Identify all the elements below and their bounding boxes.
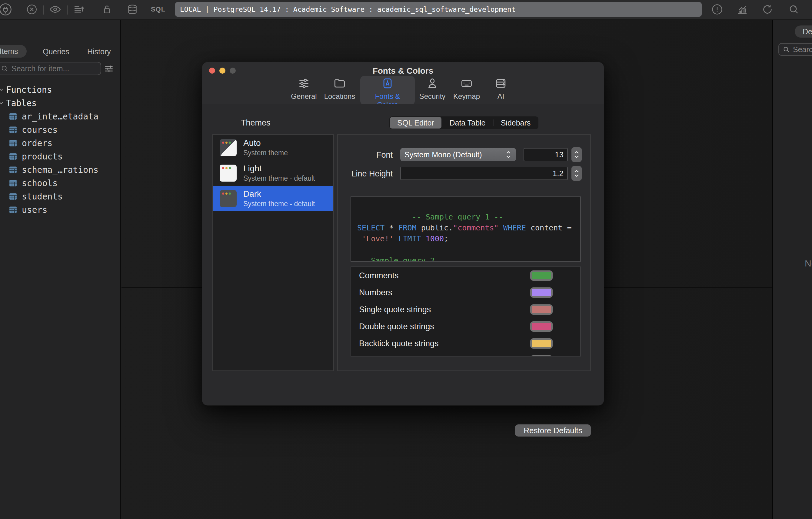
color-row[interactable]: Backtick quote strings	[351, 335, 580, 352]
folder-icon	[333, 77, 346, 90]
font-size-stepper[interactable]	[572, 147, 582, 162]
dropdown-chevrons-icon	[504, 150, 512, 159]
color-swatch[interactable]	[530, 321, 553, 332]
sidebar-table-item[interactable]: users	[0, 203, 121, 216]
sql-editor-settings-panel: Font System Mono (Default) Line Height	[337, 134, 591, 371]
lock-open-icon[interactable]	[101, 3, 113, 16]
sidebar-table-list: ar_inte…etadata courses orders	[0, 110, 121, 216]
sidebar-tab-queries[interactable]: Queries	[43, 47, 69, 56]
table-icon	[8, 125, 18, 134]
sql-mode-label[interactable]: SQL	[151, 5, 166, 13]
tab-ai[interactable]: AI	[478, 77, 524, 101]
segment-sidebars[interactable]: Sidebars	[494, 117, 537, 129]
alert-circle-icon[interactable]	[711, 3, 723, 16]
left-sidebar: Items Queries History Functions Tables	[0, 20, 121, 519]
color-swatch[interactable]	[530, 288, 553, 298]
database-icon[interactable]	[126, 3, 139, 16]
font-family-dropdown[interactable]: System Mono (Default)	[400, 148, 516, 161]
table-icon	[8, 205, 18, 214]
table-icon	[8, 192, 18, 201]
sidebar-group-functions[interactable]: Functions	[0, 83, 121, 97]
sidebar-table-item[interactable]: students	[0, 190, 121, 203]
table-icon	[8, 152, 18, 161]
line-height-stepper[interactable]	[572, 166, 582, 181]
section-segmented-control: SQL Editor Data Table Sidebars	[389, 116, 539, 129]
chevron-down-icon	[574, 174, 579, 177]
sliders-icon	[297, 77, 311, 90]
color-swatch[interactable]	[530, 355, 553, 356]
color-row[interactable]: Numbers	[351, 284, 580, 301]
toolbar-separator	[67, 5, 67, 15]
right-search-input[interactable]	[793, 45, 812, 54]
theme-item[interactable]: Dark System theme - default	[213, 186, 333, 211]
theme-item[interactable]: Light System theme - default	[213, 160, 333, 186]
color-swatch[interactable]	[530, 304, 553, 315]
person-icon	[426, 77, 439, 90]
chevron-up-icon	[574, 170, 579, 173]
eye-icon[interactable]	[49, 3, 61, 16]
chevron-down-icon	[574, 155, 579, 158]
search-icon	[783, 46, 790, 53]
sql-sample-code: -- Sample query 1 -- SELECT * FROM publi…	[351, 197, 580, 262]
sidebar-table-item[interactable]: products	[0, 150, 121, 163]
server-stack-icon	[494, 77, 508, 90]
traffic-dots-icon	[222, 192, 224, 195]
search-icon[interactable]	[788, 4, 800, 15]
disconnect-circle-x-icon[interactable]	[26, 4, 37, 15]
theme-thumbnail	[220, 165, 237, 182]
connection-title-bar[interactable]: LOCAL | PostgreSQL 14.17 : Academic Soft…	[175, 2, 702, 17]
color-row[interactable]	[351, 352, 580, 356]
sidebar-table-item[interactable]: schools	[0, 176, 121, 190]
table-icon	[8, 165, 18, 174]
sidebar-table-item[interactable]: ar_inte…etadata	[0, 110, 121, 123]
table-icon	[8, 179, 18, 188]
theme-thumbnail	[220, 139, 237, 156]
dialog-title: Fonts & Colors	[202, 66, 604, 76]
app-window: SQL LOCAL | PostgreSQL 14.17 : Academic …	[0, 0, 812, 519]
color-row[interactable]: Comments	[351, 267, 580, 284]
font-size-input[interactable]	[524, 148, 567, 161]
plug-icon[interactable]	[0, 2, 12, 17]
line-height-field[interactable]	[400, 167, 568, 180]
stats-chart-icon[interactable]	[736, 3, 749, 16]
sidebar-group-tables[interactable]: Tables	[0, 97, 121, 110]
chevron-down-icon	[0, 87, 4, 93]
sidebar-search-input[interactable]	[11, 64, 100, 73]
toolbar-separator	[43, 5, 44, 15]
search-icon	[1, 64, 8, 73]
color-swatch[interactable]	[530, 270, 553, 281]
table-icon	[8, 139, 18, 148]
restore-defaults-button[interactable]: Restore Defaults	[515, 425, 591, 437]
color-swatch[interactable]	[530, 338, 553, 349]
tab-locations[interactable]: Locations	[317, 77, 362, 101]
sidebar-tab-items[interactable]: Items	[0, 45, 27, 58]
chevron-up-icon	[574, 151, 579, 154]
segment-sql-editor[interactable]: SQL Editor	[390, 117, 441, 129]
filter-sliders-icon[interactable]	[103, 63, 115, 76]
table-icon	[8, 112, 18, 121]
themes-list: Auto System theme Light System theme - d…	[212, 134, 334, 371]
right-tab-details[interactable]: De	[795, 25, 812, 37]
theme-thumbnail	[220, 190, 237, 207]
sidebar-search-field[interactable]	[0, 62, 101, 75]
sidebar-table-item[interactable]: orders	[0, 136, 121, 150]
sidebar-table-item[interactable]: courses	[0, 123, 121, 136]
chevron-down-icon	[0, 100, 4, 106]
export-list-icon[interactable]	[72, 3, 85, 16]
sidebar-table-item[interactable]: schema_…rations	[0, 163, 121, 176]
segment-data-table[interactable]: Data Table	[441, 117, 494, 129]
theme-item[interactable]: Auto System theme	[213, 135, 333, 160]
right-search-field[interactable]	[778, 43, 812, 56]
right-empty-text: No	[805, 258, 812, 269]
keyboard-icon	[460, 77, 473, 90]
line-height-input[interactable]	[401, 167, 567, 180]
dialog-content: Themes SQL Editor Data Table Sidebars Au…	[202, 104, 604, 405]
font-size-field[interactable]	[524, 148, 568, 161]
sidebar-tab-history[interactable]: History	[87, 47, 111, 56]
font-label: Font	[338, 151, 393, 160]
letter-a-box-icon	[381, 77, 394, 90]
color-row[interactable]: Double quote strings	[351, 318, 580, 335]
color-row[interactable]: Single quote strings	[351, 301, 580, 318]
refresh-icon[interactable]	[761, 3, 774, 16]
traffic-dots-icon	[222, 167, 224, 169]
